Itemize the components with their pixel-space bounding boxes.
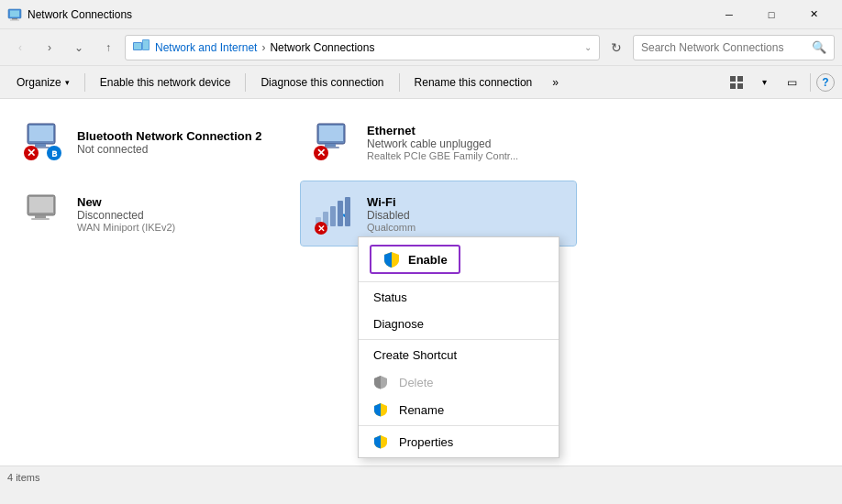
ctx-properties-label: Properties [399, 435, 453, 449]
wifi-icon: ✕ [312, 192, 356, 236]
svg-text:✕: ✕ [317, 224, 325, 234]
ctx-status-label: Status [373, 290, 407, 304]
svg-rect-28 [35, 215, 46, 218]
search-input[interactable] [641, 41, 808, 54]
view-dropdown-button[interactable]: ▾ [751, 70, 777, 95]
ctx-status-item[interactable]: Status [359, 284, 559, 311]
organize-button[interactable]: Organize ▾ [7, 70, 79, 95]
svg-rect-14 [35, 144, 46, 147]
ctx-delete-label: Delete [399, 376, 434, 389]
preview-pane-button[interactable]: ▭ [779, 70, 804, 95]
diagnose-button[interactable]: Diagnose this connection [251, 70, 393, 95]
new-status: Disconnected [77, 209, 275, 222]
search-icon: 🔍 [812, 40, 826, 54]
toolbar-separator-4 [810, 73, 811, 92]
svg-rect-27 [29, 197, 53, 213]
svg-rect-34 [345, 197, 350, 226]
toolbar-separator-1 [84, 73, 85, 92]
wifi-icon-wrapper: ✕ [312, 192, 356, 236]
connection-item-bluetooth[interactable]: ✕ ʙ Bluetooth Network Connection 2 Not c… [11, 110, 286, 174]
svg-rect-32 [330, 206, 336, 226]
bluetooth-computer-icon: ✕ ʙ [22, 120, 66, 164]
address-bar: ‹ › ⌄ ↑ Network and Internet › Network C… [0, 29, 842, 66]
context-menu: Enable Status Diagnose Create Shortcut D… [358, 236, 559, 458]
svg-rect-1 [10, 10, 19, 16]
svg-rect-21 [319, 126, 343, 141]
svg-text:✕: ✕ [316, 147, 326, 159]
title-bar: Network Connections ─ □ ✕ [0, 0, 842, 29]
wifi-name: Wi-Fi [367, 195, 565, 209]
ctx-separator-1 [359, 281, 559, 282]
svg-rect-8 [730, 76, 736, 82]
path-arrow: › [261, 41, 265, 54]
ctx-create-shortcut-item[interactable]: Create Shortcut [359, 342, 559, 368]
ctx-rename-label: Rename [399, 403, 444, 417]
maximize-button[interactable]: □ [750, 0, 792, 29]
svg-rect-3 [10, 19, 19, 20]
ctx-create-shortcut-label: Create Shortcut [373, 348, 457, 362]
enable-network-button[interactable]: Enable this network device [91, 70, 240, 95]
svg-text:✕: ✕ [27, 147, 36, 159]
connection-item-ethernet[interactable]: ✕ Ethernet Network cable unplugged Realt… [301, 110, 576, 174]
svg-rect-11 [737, 83, 743, 89]
new-detail: WAN Miniport (IKEv2) [77, 222, 275, 233]
ctx-diagnose-label: Diagnose [373, 317, 424, 331]
up-button[interactable]: ↑ [95, 35, 121, 60]
ctx-properties-item[interactable]: Properties [359, 428, 559, 455]
toolbar-separator-3 [399, 73, 400, 92]
svg-rect-13 [29, 126, 53, 141]
wifi-detail: Qualcomm [367, 222, 565, 233]
svg-rect-10 [730, 83, 736, 89]
wifi-info: Wi-Fi Disabled Qualcomm [367, 195, 565, 233]
forward-button[interactable]: › [37, 35, 62, 60]
rename-button[interactable]: Rename this connection [405, 70, 542, 95]
connection-item-new[interactable]: New Disconnected WAN Miniport (IKEv2) [11, 181, 286, 246]
toolbar-right: ▾ ▭ ? [724, 70, 835, 95]
bluetooth-info: Bluetooth Network Connection 2 Not conne… [77, 129, 275, 156]
ctx-rename-item[interactable]: Rename [359, 396, 559, 423]
ctx-delete-item[interactable]: Delete [359, 368, 559, 396]
minimize-button[interactable]: ─ [708, 0, 750, 29]
bluetooth-icon-wrapper: ✕ ʙ [22, 120, 66, 164]
address-path[interactable]: Network and Internet › Network Connectio… [125, 35, 600, 60]
window-title: Network Connections [28, 8, 708, 21]
main-content: ✕ ʙ Bluetooth Network Connection 2 Not c… [0, 99, 842, 466]
ethernet-icon-wrapper: ✕ [312, 120, 356, 164]
toolbar-separator-2 [245, 73, 246, 92]
ctx-enable-item[interactable]: Enable [359, 239, 559, 279]
ethernet-info: Ethernet Network cable unplugged Realtek… [367, 124, 565, 161]
ctx-separator-3 [359, 425, 559, 426]
new-name: New [77, 195, 275, 209]
wifi-status: Disabled [367, 209, 565, 222]
svg-rect-7 [143, 40, 149, 49]
item-count: 4 items [7, 472, 39, 483]
close-button[interactable]: ✕ [792, 0, 835, 29]
svg-rect-2 [12, 18, 17, 20]
new-info: New Disconnected WAN Miniport (IKEv2) [77, 195, 275, 233]
refresh-button[interactable]: ↻ [604, 35, 629, 60]
bluetooth-name: Bluetooth Network Connection 2 [77, 129, 275, 143]
svg-text:ʙ: ʙ [51, 148, 58, 159]
delete-shield-icon [373, 375, 388, 389]
dropdown-button[interactable]: ⌄ [66, 35, 92, 60]
help-button[interactable]: ? [816, 73, 835, 92]
path-segment-2: Network Connections [270, 41, 374, 54]
back-button[interactable]: ‹ [7, 35, 33, 60]
app-icon [7, 7, 22, 22]
organize-label: Organize [17, 76, 61, 89]
svg-rect-9 [737, 76, 743, 82]
ctx-enable-button[interactable]: Enable [370, 245, 460, 274]
view-grid-button[interactable] [724, 70, 749, 95]
enable-shield-icon [382, 250, 401, 268]
new-computer-icon [22, 192, 66, 236]
expand-icon: ⌄ [584, 42, 592, 52]
rename-shield-icon [373, 402, 388, 417]
ethernet-computer-icon: ✕ [312, 120, 356, 164]
search-box[interactable]: 🔍 [633, 35, 835, 60]
svg-rect-33 [338, 201, 343, 226]
view-grid-icon [730, 76, 743, 89]
more-button[interactable]: » [543, 70, 568, 95]
ctx-diagnose-item[interactable]: Diagnose [359, 311, 559, 337]
properties-shield-icon [373, 434, 388, 449]
ethernet-detail: Realtek PCIe GBE Family Contr... [367, 150, 565, 161]
